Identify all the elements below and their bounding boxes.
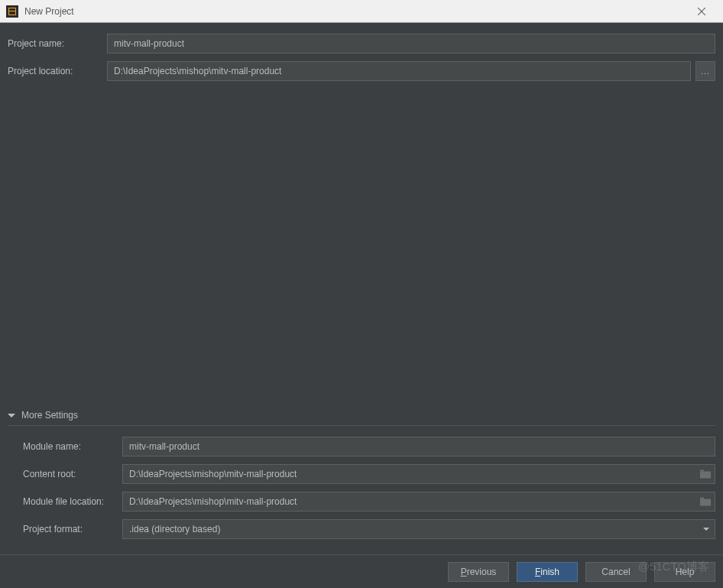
project-location-label: Project location:: [8, 66, 107, 76]
module-file-location-input[interactable]: [122, 492, 715, 512]
finish-button[interactable]: Finish: [517, 562, 578, 582]
more-settings-section: More Settings Module name: Content root:…: [8, 410, 715, 547]
close-icon[interactable]: [686, 0, 717, 23]
more-settings-body: Module name: Content root: Module file l…: [8, 437, 715, 539]
project-format-row: Project format:: [23, 519, 715, 539]
module-file-location-browse-icon[interactable]: [700, 498, 711, 506]
previous-button[interactable]: Previous: [448, 562, 509, 582]
content-root-label: Content root:: [23, 469, 122, 479]
project-name-row: Project name:: [8, 34, 715, 54]
module-file-location-label: Module file location:: [23, 496, 122, 507]
chevron-down-icon: [8, 414, 15, 417]
module-name-input[interactable]: [122, 437, 715, 456]
window-title: New Project: [24, 6, 686, 17]
content-root-input[interactable]: [122, 464, 715, 484]
folder-icon: [700, 470, 711, 479]
module-name-label: Module name:: [23, 441, 122, 452]
more-settings-toggle[interactable]: More Settings: [8, 410, 715, 421]
project-name-input[interactable]: [107, 34, 715, 54]
project-format-label: Project format:: [23, 524, 122, 534]
project-location-row: Project location: ...: [8, 61, 715, 81]
content-area: Project name: Project location: ...: [0, 23, 723, 99]
separator: [8, 425, 715, 426]
button-bar: Previous Finish Cancel Help: [0, 554, 723, 588]
project-location-input[interactable]: [107, 61, 691, 81]
more-settings-label: More Settings: [21, 410, 78, 421]
content-root-row: Content root:: [23, 464, 715, 484]
help-button[interactable]: Help: [654, 562, 715, 582]
app-icon: [6, 5, 18, 18]
titlebar: New Project: [0, 0, 723, 23]
cancel-button[interactable]: Cancel: [585, 562, 647, 582]
content-root-browse-icon[interactable]: [700, 470, 711, 479]
project-format-select[interactable]: [122, 519, 715, 539]
module-file-location-row: Module file location:: [23, 492, 715, 512]
module-name-row: Module name:: [23, 437, 715, 456]
chevron-down-icon: [703, 528, 709, 531]
project-name-label: Project name:: [8, 38, 107, 49]
folder-icon: [700, 498, 711, 506]
browse-button[interactable]: ...: [695, 61, 715, 81]
